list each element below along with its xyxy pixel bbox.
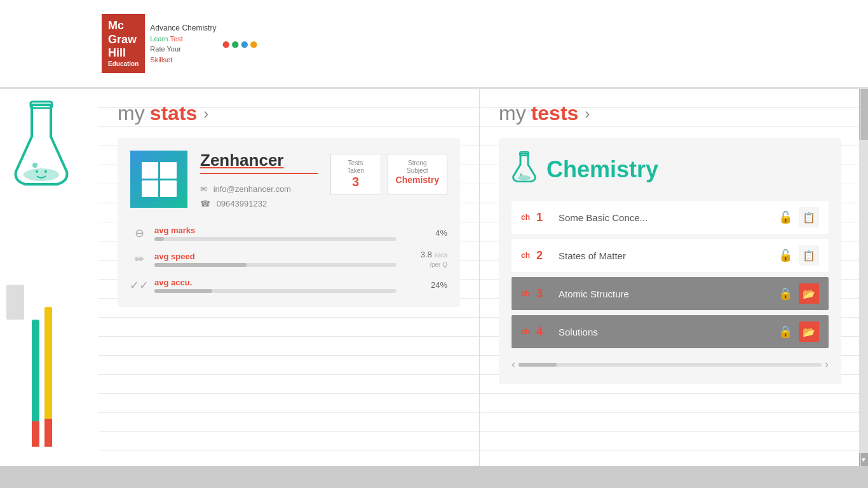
- avg-accu-value: 24%: [403, 280, 447, 290]
- phone-row: ☎ 09643991232: [200, 196, 318, 211]
- windows-logo-icon: [142, 162, 177, 197]
- ch-name: Solutions: [559, 327, 772, 337]
- ch-name: States of Matter: [559, 250, 772, 261]
- chapter-row-active[interactable]: ch 3 Atomic Structure 🔒 📂: [512, 277, 829, 310]
- avg-accu-row: ✓✓ avg accu. 24%: [130, 276, 447, 294]
- avg-speed-info: avg speed: [154, 252, 397, 267]
- doc-icon[interactable]: 📂: [799, 322, 819, 342]
- username: Zenhancer: [200, 151, 318, 174]
- subject-name: Chemistry: [546, 156, 658, 183]
- email-icon: ✉: [200, 184, 207, 194]
- ch-number: 3: [536, 287, 552, 301]
- avg-speed-row: ✏ avg speed 3.8 secs/per Q: [130, 250, 447, 269]
- ch-label: ch: [521, 251, 530, 260]
- avg-speed-label: avg speed: [154, 252, 397, 261]
- svg-point-2: [32, 163, 37, 168]
- tests-scroll: ‹ ›: [512, 358, 829, 371]
- svg-point-6: [518, 175, 531, 180]
- avg-speed-unit: secs/per Q: [430, 252, 447, 268]
- svg-point-4: [44, 170, 47, 173]
- avg-marks-bar-bg: [154, 237, 397, 241]
- stats-title: stats: [150, 102, 198, 125]
- avg-speed-bar-fill: [154, 263, 247, 267]
- tests-my-label: my: [499, 102, 526, 125]
- avg-accu-bar-fill: [154, 289, 212, 293]
- tests-card: Chemistry ch 1 Some Basic Conce... 🔓 📋 c…: [499, 138, 841, 384]
- avg-marks-row: ⊖ avg marks 4%: [130, 224, 447, 242]
- email-row: ✉ info@zenhancer.com: [200, 182, 318, 196]
- tests-section: my tests › Chemistry: [480, 89, 861, 466]
- avg-speed-value: 3.8 secs/per Q: [403, 250, 447, 269]
- doc-icon[interactable]: 📂: [799, 283, 819, 304]
- email-value: info@zenhancer.com: [214, 184, 291, 194]
- chapter-list: ch 1 Some Basic Conce... 🔓 📋 ch 2 States…: [512, 201, 829, 348]
- ch-name: Some Basic Conce...: [559, 212, 772, 223]
- sections-container: my stats › Zenhancer: [98, 89, 868, 466]
- chapter-row-active[interactable]: ch 4 Solutions 🔒 📂: [512, 315, 829, 348]
- avg-accu-info: avg accu.: [154, 278, 397, 293]
- tests-chevron[interactable]: ›: [585, 105, 590, 123]
- subject-header: Chemistry: [512, 151, 829, 188]
- strong-subject-label: StrongSubject: [396, 159, 439, 175]
- logo-tagline: Advance Chemistry Learn.Test Rate Your S…: [150, 22, 216, 65]
- scroll-left-arrow[interactable]: ‹: [512, 358, 515, 371]
- tests-section-header: my tests ›: [499, 102, 841, 125]
- ch-name: Atomic Structure: [559, 288, 772, 299]
- third-section: m: [861, 89, 868, 466]
- logo-mark: Mc Graw Hill Education: [102, 14, 145, 73]
- scroll-bar[interactable]: [519, 363, 822, 367]
- ch-number: 2: [536, 249, 552, 262]
- svg-point-7: [520, 173, 522, 176]
- ch-number: 1: [536, 211, 552, 224]
- contact-info: ✉ info@zenhancer.com ☎ 09643991232: [200, 182, 318, 212]
- avg-marks-info: avg marks: [154, 226, 397, 241]
- pencil-yellow: [44, 307, 52, 447]
- main-content: my stats › Zenhancer: [98, 89, 868, 466]
- pencil-teal: [32, 320, 39, 447]
- ch-label: ch: [521, 327, 530, 336]
- header: Mc Graw Hill Education Advance Chemistry…: [0, 0, 868, 89]
- doc-icon[interactable]: 📋: [799, 207, 819, 227]
- logo-dots: ●●●●: [221, 35, 258, 53]
- avg-accu-label: avg accu.: [154, 278, 397, 287]
- eraser-decoration: [6, 285, 24, 320]
- avg-marks-bar-fill: [154, 237, 164, 241]
- tests-taken-value: 3: [339, 175, 373, 189]
- ch-label: ch: [521, 289, 530, 298]
- avg-marks-label: avg marks: [154, 226, 397, 235]
- lock-icon: 🔓: [778, 248, 792, 262]
- ch-number: 4: [536, 325, 552, 339]
- user-info-row: Zenhancer ✉ info@zenhancer.com ☎ 0964399…: [130, 151, 447, 212]
- ch-label: ch: [521, 213, 530, 222]
- avg-marks-icon: ⊖: [130, 224, 148, 242]
- user-details: Zenhancer ✉ info@zenhancer.com ☎ 0964399…: [200, 151, 318, 212]
- phone-value: 09643991232: [217, 199, 268, 208]
- chapter-row[interactable]: ch 2 States of Matter 🔓 📋: [512, 239, 829, 272]
- flask-decoration: [13, 98, 70, 190]
- avg-accu-icon: ✓✓: [130, 276, 148, 294]
- svg-point-1: [24, 168, 59, 181]
- left-decoration: [0, 89, 98, 466]
- scroll-thumb: [519, 363, 557, 367]
- avg-marks-value: 4%: [403, 228, 447, 238]
- tests-taken-box: TestsTaken 3: [330, 154, 381, 195]
- stats-card: Zenhancer ✉ info@zenhancer.com ☎ 0964399…: [118, 138, 460, 307]
- avg-accu-bar-bg: [154, 289, 397, 293]
- stats-chevron[interactable]: ›: [203, 105, 208, 123]
- stat-boxes: TestsTaken 3 StrongSubject Chemistry: [330, 154, 447, 195]
- lock-icon: 🔒: [778, 287, 792, 301]
- chapter-row[interactable]: ch 1 Some Basic Conce... 🔓 📋: [512, 201, 829, 234]
- tests-title: tests: [531, 102, 579, 125]
- stats-my-label: my: [118, 102, 145, 125]
- bottom-bar: [0, 466, 868, 488]
- metrics-list: ⊖ avg marks 4% ✏ avg speed: [130, 224, 447, 294]
- lock-icon: 🔓: [778, 210, 792, 224]
- strong-subject-box: StrongSubject Chemistry: [388, 154, 447, 195]
- lock-icon: 🔒: [778, 325, 792, 339]
- avg-speed-bar-bg: [154, 263, 397, 267]
- doc-icon[interactable]: 📋: [799, 245, 819, 266]
- scroll-right-arrow[interactable]: ›: [825, 358, 829, 371]
- strong-subject-value: Chemistry: [396, 175, 439, 185]
- stats-section: my stats › Zenhancer: [98, 89, 480, 466]
- avg-speed-icon: ✏: [130, 250, 148, 268]
